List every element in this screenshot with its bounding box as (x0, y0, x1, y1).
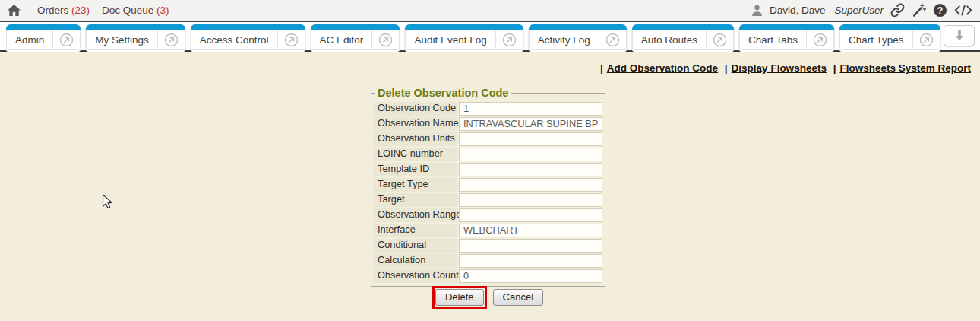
home-icon[interactable] (8, 5, 21, 16)
row-observation-count: Observation Count0 (374, 269, 602, 283)
tab-my-settings[interactable]: My Settings (86, 24, 185, 52)
row-observation-range: Observation Range (374, 208, 602, 222)
tab-accent-bar (311, 24, 400, 30)
row-loinc-number: LOINC number (374, 148, 602, 161)
orders-link[interactable]: Orders (23) (37, 5, 90, 16)
tab-accent-bar (839, 24, 940, 30)
link-separator: | (833, 62, 836, 74)
link-separator: | (600, 62, 603, 74)
flowsheets-system-report-link[interactable]: Flowsheets System Report (839, 62, 971, 74)
doc-queue-link[interactable]: Doc Queue (3) (102, 5, 169, 16)
tab-chart-types[interactable]: Chart Types (839, 24, 940, 52)
row-template-id: Template ID (374, 163, 602, 176)
topbar-right: David, Dave - SuperUser ? (751, 3, 972, 17)
open-in-new-icon[interactable] (807, 33, 833, 47)
tab-audit-event-log[interactable]: Audit Event Log (405, 24, 523, 52)
field-label: Observation Code (374, 102, 457, 116)
tab-ac-editor[interactable]: AC Editor (311, 24, 400, 52)
code-icon[interactable] (954, 5, 972, 16)
field-label: Observation Count (374, 269, 457, 283)
add-observation-code-link[interactable]: Add Observation Code (607, 62, 718, 74)
tabs-overflow-button[interactable] (944, 25, 975, 46)
open-in-new-icon[interactable] (158, 33, 185, 47)
action-links: |Add Observation Code |Display Flowsheet… (596, 62, 971, 74)
field-label: Calculation (374, 254, 457, 268)
tab-label: AC Editor (311, 34, 372, 46)
field-label: Observation Units (374, 132, 457, 146)
value-observation-name[interactable]: INTRAVASCULAR SUPINE BP (459, 117, 602, 131)
tab-admin[interactable]: Admin (6, 24, 81, 52)
open-in-new-icon[interactable] (372, 33, 399, 47)
person-icon (751, 5, 763, 16)
value-interface[interactable]: WEBCHART (459, 224, 602, 237)
tabs-scroller: Admin My Settings Access Control AC Edit… (6, 24, 942, 52)
tab-accent-bar (405, 24, 523, 30)
open-in-new-icon[interactable] (53, 33, 80, 47)
tab-label: Auto Routes (633, 34, 706, 46)
field-label: LOINC number (374, 148, 457, 161)
field-label: Target (374, 193, 457, 207)
value-observation-code[interactable]: 1 (459, 102, 602, 116)
row-observation-name: Observation NameINTRAVASCULAR SUPINE BP (374, 117, 602, 131)
tab-label: Access Control (191, 34, 277, 46)
tab-accent-bar (632, 24, 734, 30)
tab-auto-routes[interactable]: Auto Routes (632, 24, 734, 52)
row-conditional: Conditional (374, 239, 602, 253)
row-observation-units: Observation Units (374, 132, 602, 146)
magic-wand-icon[interactable] (912, 3, 926, 17)
orders-count: (23) (71, 5, 90, 16)
value-observation-range[interactable] (459, 208, 602, 222)
user-role: SuperUser (834, 5, 884, 16)
tab-chart-tabs[interactable]: Chart Tabs (739, 24, 834, 52)
svg-text:?: ? (937, 5, 944, 16)
value-template-id[interactable] (459, 163, 602, 176)
tab-activity-log[interactable]: Activity Log (529, 24, 627, 52)
link-separator: | (725, 62, 728, 74)
value-loinc-number[interactable] (459, 148, 602, 161)
field-label: Observation Range (374, 208, 457, 222)
tab-accent-bar (6, 24, 81, 30)
value-observation-units[interactable] (459, 132, 602, 146)
open-in-new-icon[interactable] (913, 33, 940, 47)
value-calculation[interactable] (459, 254, 602, 268)
doc-queue-count: (3) (156, 5, 169, 16)
mouse-cursor (99, 193, 115, 213)
field-label: Conditional (374, 239, 457, 253)
form-buttons: Delete Cancel (371, 286, 605, 309)
value-observation-count[interactable]: 0 (459, 269, 602, 283)
doc-queue-label: Doc Queue (102, 5, 153, 16)
row-observation-code: Observation Code1 (374, 102, 602, 116)
open-in-new-icon[interactable] (599, 33, 626, 47)
row-target: Target (374, 193, 602, 207)
link-icon[interactable] (890, 3, 905, 17)
tab-label: Audit Event Log (406, 34, 495, 46)
tab-label: Chart Tabs (740, 34, 806, 46)
display-flowsheets-link[interactable]: Display Flowsheets (732, 62, 827, 74)
field-label: Observation Name (374, 117, 457, 131)
delete-button[interactable]: Delete (435, 289, 484, 306)
field-label: Interface (374, 224, 457, 237)
tab-access-control[interactable]: Access Control (191, 24, 305, 52)
page-content: |Add Observation Code |Display Flowsheet… (0, 52, 980, 319)
tab-bar: Admin My Settings Access Control AC Edit… (0, 22, 980, 52)
open-in-new-icon[interactable] (707, 33, 733, 47)
row-interface: InterfaceWEBCHART (374, 224, 602, 237)
row-target-type: Target Type (374, 178, 602, 192)
user-name: David, Dave - (770, 5, 832, 16)
row-calculation: Calculation (374, 254, 602, 268)
cancel-button[interactable]: Cancel (493, 289, 543, 306)
panel-title: Delete Observation Code (375, 87, 511, 99)
tab-accent-bar (739, 24, 834, 30)
value-target[interactable] (459, 193, 602, 207)
user-menu[interactable]: David, Dave - SuperUser (770, 5, 884, 16)
tab-accent-bar (191, 24, 305, 30)
open-in-new-icon[interactable] (496, 33, 523, 47)
value-conditional[interactable] (459, 239, 602, 253)
delete-observation-fieldset: Delete Observation Code Observation Code… (371, 87, 605, 287)
tab-accent-bar (529, 24, 627, 30)
tab-accent-bar (86, 24, 185, 30)
value-target-type[interactable] (459, 178, 602, 192)
open-in-new-icon[interactable] (278, 33, 305, 47)
highlight-annotation: Delete (432, 286, 487, 309)
help-icon[interactable]: ? (933, 3, 947, 17)
